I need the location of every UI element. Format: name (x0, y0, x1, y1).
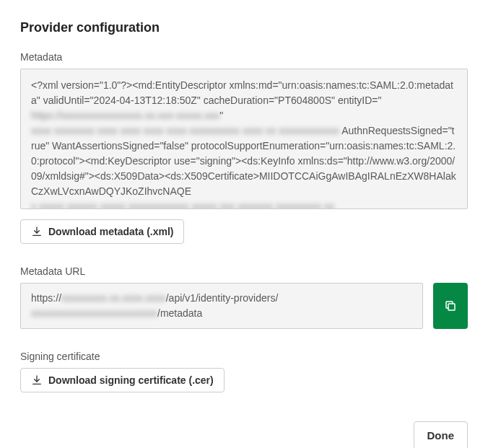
download-signing-certificate-button[interactable]: Download signing certificate (.cer) (20, 368, 225, 392)
metadata-xml-part2: " (219, 110, 223, 121)
page-title: Provider configuration (20, 20, 468, 35)
download-icon (31, 374, 43, 386)
download-signing-certificate-label: Download signing certificate (.cer) (48, 374, 214, 386)
url-suffix: /metadata (157, 307, 202, 319)
dialog-footer: Done (20, 421, 468, 448)
done-button[interactable]: Done (414, 421, 469, 448)
copy-icon (444, 299, 457, 312)
copy-url-button[interactable] (433, 283, 468, 329)
metadata-xml-redacted2: xxxx xxxxxxxx xxxx xxxx xxxx xxxx xxxxxx… (31, 123, 339, 139)
metadata-label: Metadata (20, 51, 468, 63)
metadata-content: <?xml version="1.0"?><md:EntityDescripto… (20, 69, 468, 209)
download-icon (31, 226, 43, 237)
metadata-url-section: Metadata URL https://xxxxxxxxx.xx.xxxx.x… (20, 265, 468, 329)
signing-certificate-label: Signing certificate (20, 351, 468, 362)
metadata-xml-part1: <?xml version="1.0"?><md:EntityDescripto… (31, 79, 453, 106)
signing-certificate-section: Signing certificate Download signing cer… (20, 351, 468, 392)
url-host-redacted: xxxxxxxxx.xx.xxxx.xxxx (61, 291, 166, 306)
metadata-section: Metadata <?xml version="1.0"?><md:Entity… (20, 51, 468, 244)
url-id-redacted: xxxxxxxxxxxxxxxxxxxxxxxxx (31, 306, 157, 321)
url-prefix: https:// (31, 292, 61, 304)
download-metadata-label: Download metadata (.xml) (48, 226, 173, 237)
metadata-url-label: Metadata URL (20, 265, 468, 277)
metadata-xml-redacted1: https://xxxxxxxxxxxxxxxx.xx.xxx-xxxxx.xx… (31, 108, 219, 123)
metadata-xml-redacted3: x xxxxx xxxxxx xxxxx xxxxxxxxxxxx xxxxx … (31, 199, 334, 209)
svg-rect-0 (448, 304, 455, 310)
download-metadata-button[interactable]: Download metadata (.xml) (20, 219, 184, 244)
metadata-url-value: https://xxxxxxxxx.xx.xxxx.xxxx/api/v1/id… (20, 283, 423, 329)
url-mid: /api/v1/identity-providers/ (166, 292, 279, 304)
